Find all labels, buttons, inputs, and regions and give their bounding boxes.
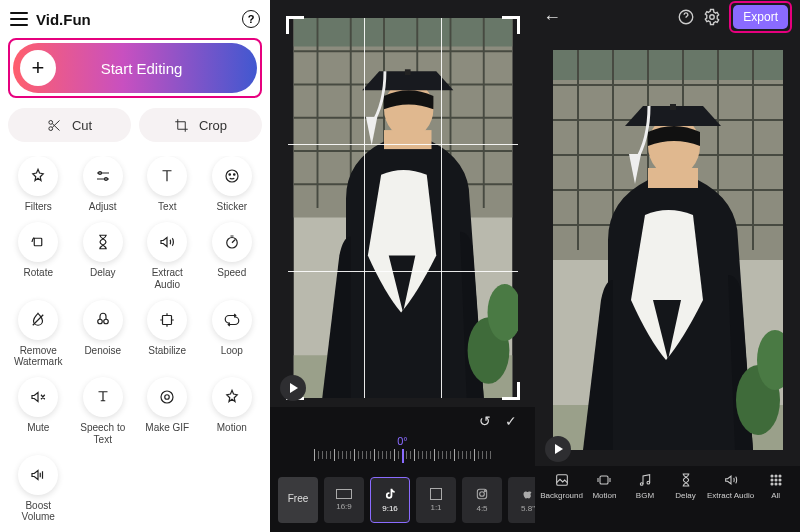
editor-tool-extract-audio[interactable]: Extract Audio <box>707 472 754 500</box>
tool-remove-watermark[interactable]: Remove Watermark <box>8 300 69 372</box>
crop-grid-overlay <box>288 18 518 398</box>
delay-icon <box>83 222 123 262</box>
ratio-free[interactable]: Free <box>278 477 318 523</box>
tool-boost-volume[interactable]: Boost Volume <box>8 455 69 527</box>
svg-point-48 <box>779 479 781 481</box>
left-panel: Vid.Fun ? + Start Editing Cut Crop Filte… <box>0 0 270 532</box>
menu-icon[interactable] <box>10 12 28 26</box>
speech-to-text-icon <box>83 377 123 417</box>
tool-adjust[interactable]: Adjust <box>73 156 134 216</box>
editor-tool-label: Background <box>540 491 583 500</box>
boost-volume-icon <box>18 455 58 495</box>
start-editing-button[interactable]: + Start Editing <box>13 43 257 93</box>
background-icon <box>554 472 570 488</box>
extract-audio-icon <box>723 472 739 488</box>
crop-icon <box>174 118 189 133</box>
svg-rect-27 <box>35 238 43 246</box>
crop-handle-br[interactable] <box>502 382 520 400</box>
tool-label: Adjust <box>89 201 117 213</box>
mute-icon <box>18 377 58 417</box>
tool-label: Speed <box>217 267 246 279</box>
export-label: Export <box>743 10 778 24</box>
crop-handle-tl[interactable] <box>286 16 304 34</box>
svg-point-50 <box>775 483 777 485</box>
editor-tool-bgm[interactable]: BGM <box>626 472 664 500</box>
ratio-1-1[interactable]: 1:1 <box>416 477 456 523</box>
svg-point-49 <box>771 483 773 485</box>
crop-label: Crop <box>199 118 227 133</box>
crop-editor-panel: ↺ ✓ 0° Free16:99:161:14:55.8" <box>270 0 535 532</box>
svg-point-26 <box>233 174 235 176</box>
remove-watermark-icon <box>18 300 58 340</box>
rotation-value: 0° <box>270 435 535 447</box>
tool-mute[interactable]: Mute <box>8 377 69 449</box>
confirm-icon[interactable]: ✓ <box>505 413 517 429</box>
play-button[interactable] <box>545 436 571 462</box>
tool-label: Boost Volume <box>9 500 67 523</box>
tool-delay[interactable]: Delay <box>73 222 134 294</box>
tool-speech-to-text[interactable]: Speech to Text <box>73 377 134 449</box>
svg-point-51 <box>779 483 781 485</box>
motion-icon <box>596 472 612 488</box>
editor-tool-label: All <box>771 491 780 500</box>
back-icon[interactable]: ← <box>543 7 561 28</box>
crop-handle-tr[interactable] <box>502 16 520 34</box>
cut-button[interactable]: Cut <box>8 108 131 142</box>
svg-point-29 <box>98 319 103 324</box>
tool-label: Make GIF <box>145 422 189 434</box>
tool-extract-audio[interactable]: Extract Audio <box>137 222 198 294</box>
svg-point-35 <box>480 491 485 496</box>
tool-denoise[interactable]: Denoise <box>73 300 134 372</box>
export-button[interactable]: Export <box>733 5 788 29</box>
settings-icon[interactable] <box>703 8 721 26</box>
ratio-label: 1:1 <box>430 503 441 512</box>
reset-rotation-icon[interactable]: ↺ <box>479 413 491 429</box>
crop-button[interactable]: Crop <box>139 108 262 142</box>
sticker-icon <box>212 156 252 196</box>
ratio-apple[interactable]: 5.8" <box>508 477 535 523</box>
editor-tool-motion[interactable]: Motion <box>585 472 623 500</box>
editor-panel: ← Export BackgroundMotionBGMDelayExtract… <box>535 0 800 532</box>
tool-rotate[interactable]: Rotate <box>8 222 69 294</box>
svg-point-30 <box>104 319 109 324</box>
editor-tool-all[interactable]: All <box>757 472 795 500</box>
tool-sticker[interactable]: Sticker <box>202 156 263 216</box>
rotate-icon <box>18 222 58 262</box>
tool-text[interactable]: Text <box>137 156 198 216</box>
bgm-icon <box>637 472 653 488</box>
tool-label: Denoise <box>84 345 121 357</box>
all-icon <box>768 472 784 488</box>
adjust-icon <box>83 156 123 196</box>
tool-motion[interactable]: Motion <box>202 377 263 449</box>
tool-label: Filters <box>25 201 52 213</box>
svg-point-45 <box>779 475 781 477</box>
ratio-label: 4:5 <box>476 504 487 513</box>
svg-rect-31 <box>163 315 172 324</box>
rotation-ruler[interactable] <box>270 449 535 467</box>
tool-speed[interactable]: Speed <box>202 222 263 294</box>
svg-rect-39 <box>556 475 567 486</box>
ratio-ig[interactable]: 4:5 <box>462 477 502 523</box>
motion-icon <box>212 377 252 417</box>
play-button[interactable] <box>280 375 306 401</box>
cut-label: Cut <box>72 118 92 133</box>
tool-label: Rotate <box>24 267 53 279</box>
editor-tool-label: Motion <box>592 491 616 500</box>
tool-loop[interactable]: Loop <box>202 300 263 372</box>
crop-frame[interactable] <box>288 18 518 398</box>
svg-point-43 <box>771 475 773 477</box>
tool-label: Mute <box>27 422 49 434</box>
help-icon[interactable] <box>677 8 695 26</box>
tool-filters[interactable]: Filters <box>8 156 69 216</box>
tool-make-gif[interactable]: Make GIF <box>137 377 198 449</box>
tool-grid: FiltersAdjustTextStickerRotateDelayExtra… <box>8 156 262 532</box>
ratio-16-9[interactable]: 16:9 <box>324 477 364 523</box>
ratio-tiktok[interactable]: 9:16 <box>370 477 410 523</box>
editor-preview <box>535 34 800 466</box>
crop-preview <box>270 0 535 407</box>
delay-icon <box>678 472 694 488</box>
editor-tool-delay[interactable]: Delay <box>667 472 705 500</box>
tool-stabilize[interactable]: Stabilize <box>137 300 198 372</box>
help-icon[interactable]: ? <box>242 10 260 28</box>
editor-tool-background[interactable]: Background <box>540 472 583 500</box>
